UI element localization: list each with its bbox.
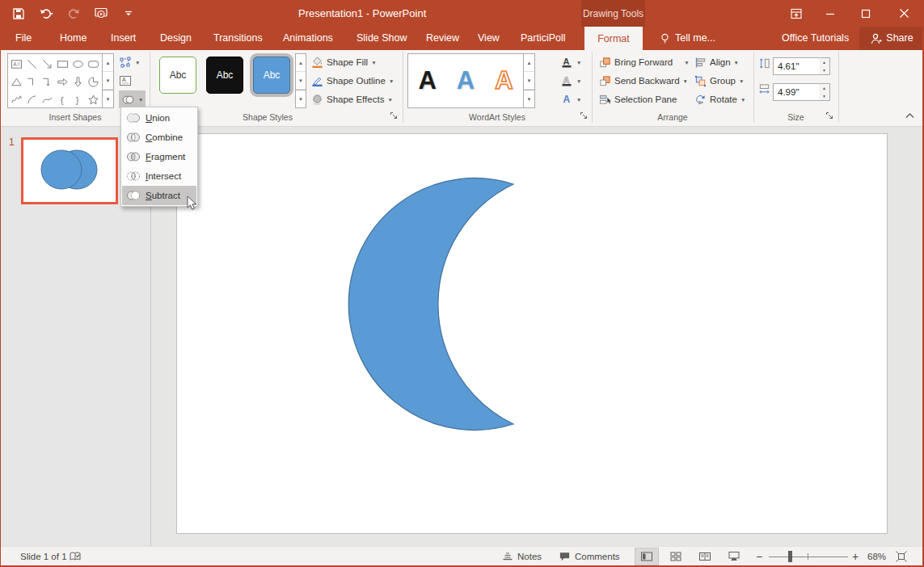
save-button[interactable]: [9, 4, 28, 23]
shape-width-spinner[interactable]: ▲▼: [819, 83, 830, 101]
text-fill-button[interactable]: A ▼: [560, 53, 581, 71]
slide-page[interactable]: [176, 133, 888, 534]
fit-slide-to-window-button[interactable]: [895, 547, 908, 566]
normal-view-button[interactable]: [635, 548, 659, 565]
tab-animations[interactable]: Animations: [283, 27, 333, 50]
styles-scroll-up-button[interactable]: ▲: [296, 54, 306, 72]
elbow-connector-shape-icon[interactable]: [24, 73, 40, 90]
shape-style-swatch-dark[interactable]: Abc: [206, 57, 243, 94]
customize-qat-button[interactable]: [119, 4, 138, 23]
ribbon-display-options-button[interactable]: [779, 0, 813, 27]
collapse-ribbon-button[interactable]: [905, 111, 915, 120]
tab-file[interactable]: File: [15, 27, 32, 50]
slide-indicator[interactable]: Slide 1 of 1: [20, 547, 67, 566]
wordart-style-black[interactable]: A: [418, 66, 436, 95]
shape-height-input[interactable]: 4.61": [773, 57, 820, 75]
text-outline-button[interactable]: A ▼: [560, 72, 581, 90]
styles-scroll-down-button[interactable]: ▼: [296, 72, 306, 90]
crescent-moon-shape[interactable]: [177, 134, 887, 533]
send-backward-button[interactable]: Send Backward ▼: [599, 72, 688, 90]
shape-style-swatch-outline[interactable]: Abc: [159, 57, 196, 94]
comments-button[interactable]: Comments: [559, 547, 620, 566]
office-tutorials-button[interactable]: Office Tutorials: [782, 27, 849, 50]
size-dialog-launcher[interactable]: [825, 111, 835, 121]
maximize-button[interactable]: [849, 0, 883, 27]
curve-shape-icon[interactable]: [40, 90, 55, 108]
spin-down-icon[interactable]: ▼: [819, 66, 829, 74]
rotate-button[interactable]: Rotate ▼: [694, 90, 745, 108]
zoom-out-button[interactable]: −: [756, 547, 762, 566]
gallery-scroll-down-button[interactable]: ▼: [103, 72, 113, 90]
gallery-scroll-up-button[interactable]: ▲: [103, 54, 113, 72]
left-brace-shape-icon[interactable]: {: [55, 90, 70, 108]
close-button[interactable]: [887, 0, 921, 27]
down-arrow-shape-icon[interactable]: [70, 73, 86, 90]
zoom-in-button[interactable]: +: [852, 547, 859, 566]
wordart-scroll-down-button[interactable]: ▼: [524, 72, 534, 90]
draw-text-box-button[interactable]: A: [119, 72, 132, 90]
star-shape-icon[interactable]: [86, 90, 101, 108]
shape-height-spinner[interactable]: ▲▼: [819, 57, 830, 75]
align-button[interactable]: Align ▼: [694, 53, 739, 71]
undo-button[interactable]: [36, 4, 56, 23]
tab-format-active[interactable]: Format: [584, 27, 643, 50]
zoom-level[interactable]: 68%: [867, 547, 886, 566]
selection-pane-button[interactable]: Selection Pane: [599, 90, 677, 108]
right-brace-shape-icon[interactable]: }: [70, 90, 86, 108]
elbow-arrow-connector-shape-icon[interactable]: [40, 73, 55, 90]
shape-fill-button[interactable]: Shape Fill ▼: [311, 53, 377, 71]
spell-check-button[interactable]: [69, 547, 82, 566]
right-arrow-shape-icon[interactable]: [55, 73, 70, 90]
shape-style-swatch-blue-selected[interactable]: Abc: [253, 57, 290, 94]
tab-insert[interactable]: Insert: [111, 27, 136, 50]
spin-up-icon[interactable]: ▲: [819, 58, 829, 66]
text-effects-button[interactable]: A ▼: [560, 90, 581, 108]
slide-sorter-view-button[interactable]: [664, 548, 688, 565]
merge-shapes-button[interactable]: ▼: [119, 90, 146, 108]
shape-outline-button[interactable]: Shape Outline ▼: [311, 72, 394, 90]
arrow-shape-icon[interactable]: [40, 55, 55, 73]
wordart-style-orange-outline[interactable]: A: [495, 66, 513, 95]
wordart-dialog-launcher[interactable]: [580, 111, 589, 121]
slide-show-view-button[interactable]: [722, 548, 746, 565]
slide-editing-canvas[interactable]: [152, 127, 922, 546]
menu-item-union[interactable]: Union: [122, 108, 196, 128]
notes-button[interactable]: Notes: [502, 547, 542, 566]
wordart-scroll-up-button[interactable]: ▲: [524, 54, 534, 72]
rounded-rectangle-shape-icon[interactable]: [86, 55, 101, 73]
menu-item-fragment[interactable]: Fragment: [122, 147, 196, 166]
tab-participoll[interactable]: ParticiPoll: [521, 27, 566, 50]
bring-forward-button[interactable]: Bring Forward ▼: [599, 53, 690, 71]
tab-review[interactable]: Review: [426, 27, 459, 50]
spin-up-icon[interactable]: ▲: [819, 84, 829, 92]
scribble-shape-icon[interactable]: [9, 90, 24, 108]
spin-down-icon[interactable]: ▼: [819, 92, 829, 100]
tab-slide-show[interactable]: Slide Show: [357, 27, 407, 50]
zoom-slider-track[interactable]: [769, 556, 848, 557]
shape-styles-dialog-launcher[interactable]: [390, 111, 399, 121]
redo-button[interactable]: [64, 4, 83, 23]
pie-shape-icon[interactable]: [86, 73, 101, 90]
slide-thumbnail-selected[interactable]: [21, 137, 118, 204]
menu-item-subtract[interactable]: Subtract: [122, 186, 196, 205]
group-button[interactable]: Group ▼: [694, 72, 744, 90]
menu-item-combine[interactable]: Combine: [122, 128, 196, 147]
menu-item-intersect[interactable]: Intersect: [122, 166, 196, 186]
rectangle-shape-icon[interactable]: [55, 55, 70, 73]
tell-me-button[interactable]: Tell me...: [675, 27, 715, 50]
gallery-more-button[interactable]: ▼: [103, 90, 113, 107]
wordart-style-blue[interactable]: A: [457, 66, 475, 95]
wordart-more-button[interactable]: ▼: [524, 90, 534, 107]
line-shape-icon[interactable]: [24, 55, 40, 73]
text-box-shape-icon[interactable]: A: [9, 55, 24, 73]
arc-shape-icon[interactable]: [24, 90, 40, 108]
zoom-slider-thumb[interactable]: [788, 551, 792, 562]
reading-view-button[interactable]: [693, 548, 717, 565]
triangle-shape-icon[interactable]: [9, 73, 24, 90]
tab-transitions[interactable]: Transitions: [213, 27, 263, 50]
tab-home[interactable]: Home: [60, 27, 86, 50]
styles-more-button[interactable]: ▼: [296, 90, 306, 107]
tab-design[interactable]: Design: [160, 27, 192, 50]
tab-view[interactable]: View: [478, 27, 500, 50]
minimize-button[interactable]: [813, 0, 847, 27]
